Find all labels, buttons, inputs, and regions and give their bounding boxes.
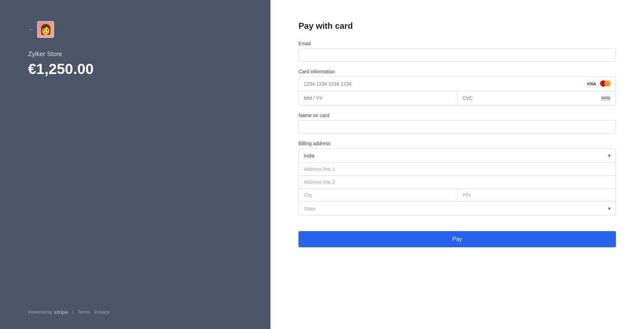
email-label: Email	[298, 41, 616, 46]
card-number-row: VISA	[299, 77, 616, 91]
email-input[interactable]	[298, 48, 616, 62]
left-footer: Powered by stripe | Terms Privacy	[28, 309, 109, 315]
state-select-row[interactable]: State Maharashtra Karnataka Tamil Nadu D…	[299, 202, 616, 215]
amount: €1,250.00	[28, 61, 94, 78]
address-line1-input[interactable]	[299, 163, 616, 176]
footer-divider: |	[73, 309, 74, 315]
visa-icon: VISA	[585, 81, 598, 87]
country-chevron-icon: ▾	[608, 152, 611, 159]
merchant-avatar: 👩	[40, 25, 52, 34]
cvc-row	[457, 91, 616, 105]
powered-by: Powered by stripe	[28, 309, 68, 315]
stripe-logo: stripe	[54, 309, 68, 315]
billing-group: Billing address India United States Unit…	[298, 141, 616, 216]
card-icons: VISA	[585, 80, 611, 87]
merchant-logo: 👩	[37, 21, 54, 38]
address-line2-input[interactable]	[299, 176, 616, 189]
back-arrow-icon: ←	[28, 26, 34, 33]
right-panel: Pay with card Email Card information VIS…	[270, 0, 644, 329]
state-select[interactable]: State Maharashtra Karnataka Tamil Nadu D…	[304, 206, 608, 212]
card-info-box: VISA	[298, 76, 616, 106]
terms-link[interactable]: Terms	[78, 309, 90, 315]
card-info-label: Card information	[298, 69, 616, 74]
privacy-link[interactable]: Privacy	[94, 309, 109, 315]
pin-input[interactable]	[457, 189, 616, 201]
cvc-input[interactable]	[462, 95, 601, 101]
svg-point-3	[608, 99, 609, 99]
back-button[interactable]: ← 👩	[28, 21, 54, 38]
name-group: Name on card	[298, 113, 616, 134]
merchant-name: Zylker Store	[28, 51, 62, 58]
card-bottom-row	[299, 91, 616, 105]
country-select[interactable]: India United States United Kingdom Germa…	[304, 153, 608, 159]
card-number-input[interactable]	[304, 81, 585, 87]
pay-button[interactable]: Pay	[298, 231, 616, 247]
left-panel: ← 👩 Zylker Store €1,250.00 Powered by st…	[0, 0, 270, 329]
name-input[interactable]	[298, 120, 616, 134]
powered-by-text: Powered by	[28, 309, 52, 315]
card-info-group: Card information VISA	[298, 69, 616, 106]
billing-label: Billing address	[298, 141, 616, 146]
cvc-icon	[601, 95, 611, 102]
mastercard-icon	[600, 80, 611, 87]
state-chevron-icon: ▾	[608, 205, 611, 212]
email-group: Email	[298, 41, 616, 62]
city-pin-row	[299, 189, 616, 202]
page-title: Pay with card	[298, 21, 616, 31]
city-input[interactable]	[299, 189, 457, 201]
name-label: Name on card	[298, 113, 616, 118]
billing-box: India United States United Kingdom Germa…	[298, 148, 616, 216]
expiry-input[interactable]	[299, 91, 457, 105]
country-select-row[interactable]: India United States United Kingdom Germa…	[299, 149, 616, 163]
